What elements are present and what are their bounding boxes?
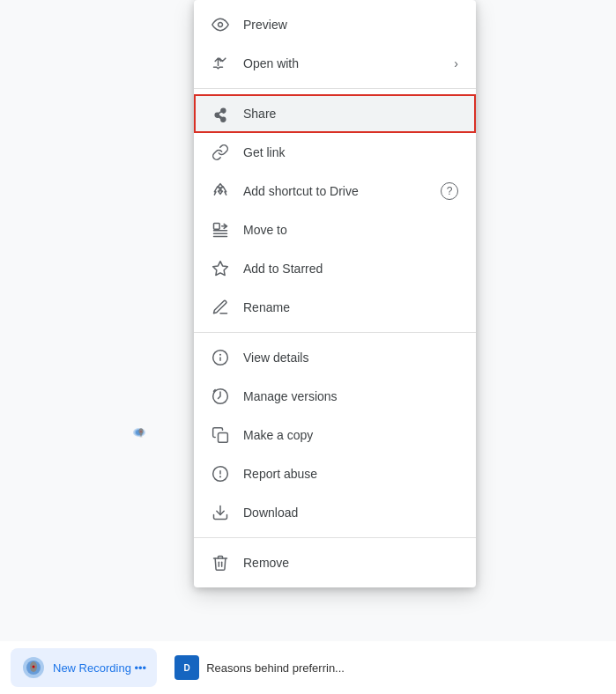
remove-label: Remove <box>243 556 458 570</box>
view-details-label: View details <box>243 351 458 365</box>
rename-label: Rename <box>243 300 458 314</box>
move-to-label: Move to <box>243 223 458 237</box>
svg-point-11 <box>222 118 225 121</box>
svg-marker-13 <box>213 262 228 276</box>
menu-item-move-to[interactable]: Move to <box>194 210 476 249</box>
menu-item-download[interactable]: Download <box>194 493 476 532</box>
bottom-item-reasons[interactable]: D Reasons behind preferrin... <box>164 648 605 687</box>
preview-label: Preview <box>243 18 458 32</box>
menu-item-make-copy[interactable]: Make a copy <box>194 416 476 454</box>
menu-item-rename[interactable]: Rename <box>194 288 476 327</box>
bottom-item-reasons-text: Reasons behind preferrin... <box>206 661 345 675</box>
svg-point-10 <box>216 114 219 116</box>
open-with-icon <box>212 55 229 72</box>
svg-point-7 <box>140 431 141 432</box>
menu-item-preview[interactable]: Preview <box>194 5 476 44</box>
get-link-label: Get link <box>243 145 458 159</box>
menu-item-view-details[interactable]: View details <box>194 338 476 377</box>
svg-rect-4 <box>140 434 142 436</box>
menu-item-share[interactable]: Share <box>194 94 476 133</box>
context-menu: Preview Open with › Share <box>194 0 476 587</box>
add-starred-label: Add to Starred <box>243 262 458 276</box>
bottom-item-recording[interactable]: New Recording ••• <box>11 648 157 687</box>
divider-3 <box>194 537 476 538</box>
menu-item-add-shortcut[interactable]: Add shortcut to Drive ? <box>194 172 476 210</box>
bottom-bar: New Recording ••• D Reasons behind prefe… <box>0 641 616 694</box>
svg-point-26 <box>33 666 35 668</box>
move-icon <box>212 221 229 239</box>
shortcut-icon <box>212 182 229 200</box>
svg-rect-18 <box>219 433 228 443</box>
add-shortcut-label: Add shortcut to Drive <box>243 184 427 198</box>
menu-item-remove[interactable]: Remove <box>194 543 476 582</box>
versions-icon <box>212 388 229 405</box>
menu-item-report-abuse[interactable]: Report abuse <box>194 454 476 493</box>
reasons-thumbnail-icon: D <box>174 655 199 680</box>
svg-point-9 <box>222 109 225 112</box>
divider-1 <box>194 88 476 89</box>
menu-item-open-with[interactable]: Open with › <box>194 44 476 83</box>
report-abuse-label: Report abuse <box>243 467 458 481</box>
menu-item-get-link[interactable]: Get link <box>194 133 476 172</box>
make-copy-label: Make a copy <box>243 428 458 442</box>
rename-icon <box>212 299 229 316</box>
open-with-label: Open with <box>243 56 440 70</box>
svg-rect-12 <box>214 224 220 230</box>
file-thumbnail-area <box>79 370 203 493</box>
manage-versions-label: Manage versions <box>243 389 458 403</box>
menu-item-add-starred[interactable]: Add to Starred <box>194 249 476 288</box>
trash-icon <box>212 554 229 572</box>
star-icon <box>212 260 229 277</box>
share-label: Share <box>243 107 458 121</box>
share-icon <box>212 105 229 122</box>
link-icon <box>212 144 229 161</box>
info-icon <box>212 349 229 366</box>
open-with-arrow-icon: › <box>454 56 458 70</box>
divider-2 <box>194 332 476 333</box>
recording-thumbnail-icon <box>21 655 46 680</box>
download-label: Download <box>243 506 458 520</box>
copy-icon <box>212 426 229 444</box>
download-icon <box>212 504 229 521</box>
eye-icon <box>212 16 229 33</box>
help-icon: ? <box>441 182 458 200</box>
bottom-item-recording-text: New Recording ••• <box>53 661 146 675</box>
svg-point-8 <box>219 23 223 27</box>
menu-item-manage-versions[interactable]: Manage versions <box>194 377 476 416</box>
report-icon <box>212 465 229 483</box>
